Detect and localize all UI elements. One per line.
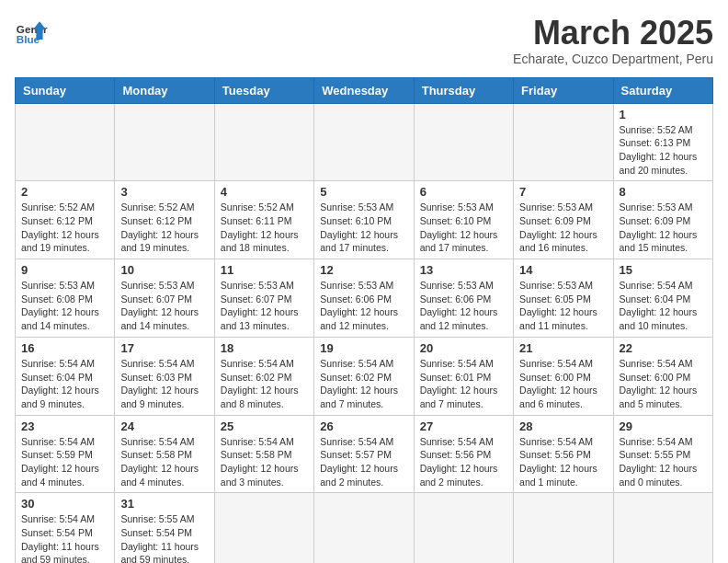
day-number: 5 (320, 185, 407, 199)
day-info: Sunrise: 5:53 AM Sunset: 6:07 PM Dayligh… (120, 279, 208, 333)
day-info: Sunrise: 5:54 AM Sunset: 6:00 PM Dayligh… (620, 357, 707, 411)
day-info: Sunrise: 5:52 AM Sunset: 6:12 PM Dayligh… (21, 201, 108, 255)
day-number: 1 (620, 108, 707, 121)
day-number: 4 (221, 185, 308, 199)
day-info: Sunrise: 5:53 AM Sunset: 6:10 PM Dayligh… (320, 201, 407, 255)
calendar-cell: 22Sunrise: 5:54 AM Sunset: 6:00 PM Dayli… (613, 337, 712, 415)
day-number: 20 (420, 341, 507, 355)
day-info: Sunrise: 5:52 AM Sunset: 6:12 PM Dayligh… (120, 201, 208, 255)
calendar-cell: 10Sunrise: 5:53 AM Sunset: 6:07 PM Dayli… (115, 259, 214, 338)
calendar-cell (16, 103, 115, 181)
day-number: 29 (620, 419, 707, 433)
day-number: 24 (120, 419, 208, 433)
calendar-cell: 1Sunrise: 5:52 AM Sunset: 6:13 PM Daylig… (613, 103, 712, 181)
calendar-cell: 8Sunrise: 5:53 AM Sunset: 6:09 PM Daylig… (613, 181, 712, 259)
calendar-cell: 31Sunrise: 5:55 AM Sunset: 5:54 PM Dayli… (115, 493, 214, 563)
day-info: Sunrise: 5:53 AM Sunset: 6:09 PM Dayligh… (519, 201, 607, 255)
day-info: Sunrise: 5:54 AM Sunset: 6:00 PM Dayligh… (519, 357, 607, 411)
week-row-2: 2Sunrise: 5:52 AM Sunset: 6:12 PM Daylig… (16, 181, 713, 259)
day-info: Sunrise: 5:54 AM Sunset: 5:58 PM Dayligh… (120, 435, 208, 489)
week-row-3: 9Sunrise: 5:53 AM Sunset: 6:08 PM Daylig… (16, 259, 713, 338)
day-number: 2 (21, 185, 108, 199)
day-number: 3 (120, 185, 208, 199)
weekday-header-friday: Friday (514, 77, 613, 103)
weekday-header-saturday: Saturday (613, 77, 712, 103)
day-number: 18 (221, 341, 308, 355)
day-number: 12 (320, 263, 407, 277)
day-number: 7 (519, 185, 607, 199)
day-info: Sunrise: 5:54 AM Sunset: 5:58 PM Dayligh… (221, 435, 308, 489)
calendar-cell (115, 103, 214, 181)
calendar-cell: 15Sunrise: 5:54 AM Sunset: 6:04 PM Dayli… (613, 259, 712, 338)
calendar-cell (613, 493, 712, 563)
calendar-cell: 17Sunrise: 5:54 AM Sunset: 6:03 PM Dayli… (115, 337, 214, 415)
day-number: 13 (420, 263, 507, 277)
day-number: 30 (21, 497, 108, 511)
logo-icon: General Blue (15, 15, 48, 48)
calendar-cell: 14Sunrise: 5:53 AM Sunset: 6:05 PM Dayli… (514, 259, 613, 338)
calendar-cell (314, 103, 414, 181)
day-number: 23 (21, 419, 108, 433)
calendar-cell: 7Sunrise: 5:53 AM Sunset: 6:09 PM Daylig… (514, 181, 613, 259)
weekday-header-wednesday: Wednesday (314, 77, 414, 103)
day-number: 25 (221, 419, 308, 433)
calendar-cell: 5Sunrise: 5:53 AM Sunset: 6:10 PM Daylig… (314, 181, 414, 259)
day-info: Sunrise: 5:53 AM Sunset: 6:06 PM Dayligh… (320, 279, 407, 333)
month-title: March 2025 (513, 15, 713, 52)
day-number: 9 (21, 263, 108, 277)
title-block: March 2025 Echarate, Cuzco Department, P… (513, 15, 713, 66)
day-info: Sunrise: 5:54 AM Sunset: 5:57 PM Dayligh… (320, 435, 407, 489)
week-row-1: 1Sunrise: 5:52 AM Sunset: 6:13 PM Daylig… (16, 103, 713, 181)
day-info: Sunrise: 5:53 AM Sunset: 6:10 PM Dayligh… (420, 201, 507, 255)
calendar-cell: 29Sunrise: 5:54 AM Sunset: 5:55 PM Dayli… (613, 415, 712, 493)
calendar-cell: 27Sunrise: 5:54 AM Sunset: 5:56 PM Dayli… (414, 415, 513, 493)
day-info: Sunrise: 5:53 AM Sunset: 6:07 PM Dayligh… (221, 279, 308, 333)
week-row-6: 30Sunrise: 5:54 AM Sunset: 5:54 PM Dayli… (16, 493, 713, 563)
day-info: Sunrise: 5:52 AM Sunset: 6:11 PM Dayligh… (221, 201, 308, 255)
day-number: 17 (120, 341, 208, 355)
day-info: Sunrise: 5:54 AM Sunset: 6:01 PM Dayligh… (420, 357, 507, 411)
day-number: 11 (221, 263, 308, 277)
calendar-cell: 30Sunrise: 5:54 AM Sunset: 5:54 PM Dayli… (16, 493, 115, 563)
calendar-cell (314, 493, 414, 563)
calendar-cell: 6Sunrise: 5:53 AM Sunset: 6:10 PM Daylig… (414, 181, 513, 259)
calendar-cell (514, 493, 613, 563)
day-number: 27 (420, 419, 507, 433)
calendar-cell: 23Sunrise: 5:54 AM Sunset: 5:59 PM Dayli… (16, 415, 115, 493)
day-number: 15 (620, 263, 707, 277)
day-info: Sunrise: 5:54 AM Sunset: 6:02 PM Dayligh… (320, 357, 407, 411)
calendar-cell (514, 103, 613, 181)
calendar-cell: 13Sunrise: 5:53 AM Sunset: 6:06 PM Dayli… (414, 259, 513, 338)
day-info: Sunrise: 5:54 AM Sunset: 6:04 PM Dayligh… (21, 357, 108, 411)
day-number: 8 (620, 185, 707, 199)
day-number: 10 (120, 263, 208, 277)
calendar-cell: 16Sunrise: 5:54 AM Sunset: 6:04 PM Dayli… (16, 337, 115, 415)
calendar-cell: 26Sunrise: 5:54 AM Sunset: 5:57 PM Dayli… (314, 415, 414, 493)
calendar-cell (414, 493, 513, 563)
day-info: Sunrise: 5:54 AM Sunset: 6:03 PM Dayligh… (120, 357, 208, 411)
calendar-cell: 21Sunrise: 5:54 AM Sunset: 6:00 PM Dayli… (514, 337, 613, 415)
calendar-cell: 19Sunrise: 5:54 AM Sunset: 6:02 PM Dayli… (314, 337, 414, 415)
calendar-cell: 20Sunrise: 5:54 AM Sunset: 6:01 PM Dayli… (414, 337, 513, 415)
day-number: 6 (420, 185, 507, 199)
day-number: 16 (21, 341, 108, 355)
weekday-header-tuesday: Tuesday (214, 77, 313, 103)
weekday-header-monday: Monday (115, 77, 214, 103)
day-number: 28 (519, 419, 607, 433)
day-info: Sunrise: 5:54 AM Sunset: 5:56 PM Dayligh… (519, 435, 607, 489)
day-number: 21 (519, 341, 607, 355)
calendar-cell: 25Sunrise: 5:54 AM Sunset: 5:58 PM Dayli… (214, 415, 313, 493)
calendar-cell: 24Sunrise: 5:54 AM Sunset: 5:58 PM Dayli… (115, 415, 214, 493)
calendar-cell (214, 493, 313, 563)
day-info: Sunrise: 5:54 AM Sunset: 6:04 PM Dayligh… (620, 279, 707, 333)
calendar-cell: 9Sunrise: 5:53 AM Sunset: 6:08 PM Daylig… (16, 259, 115, 338)
day-info: Sunrise: 5:52 AM Sunset: 6:13 PM Dayligh… (620, 123, 707, 178)
day-number: 22 (620, 341, 707, 355)
day-number: 31 (120, 497, 208, 511)
weekday-header-sunday: Sunday (16, 77, 115, 103)
day-info: Sunrise: 5:53 AM Sunset: 6:05 PM Dayligh… (519, 279, 607, 333)
logo: General Blue (15, 15, 48, 48)
calendar-cell: 11Sunrise: 5:53 AM Sunset: 6:07 PM Dayli… (214, 259, 313, 338)
calendar-cell: 28Sunrise: 5:54 AM Sunset: 5:56 PM Dayli… (514, 415, 613, 493)
subtitle: Echarate, Cuzco Department, Peru (513, 52, 713, 66)
